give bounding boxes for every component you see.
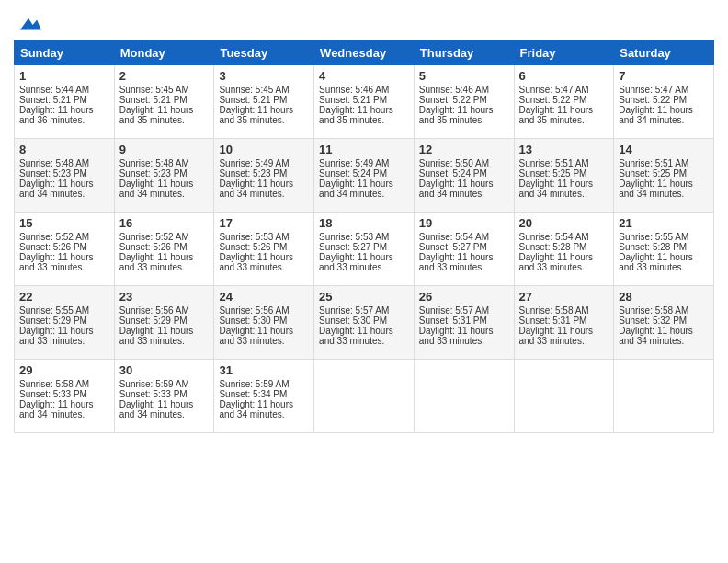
daylight-minutes: and 34 minutes. bbox=[419, 189, 484, 199]
sunrise-text: Sunrise: 5:45 AM bbox=[119, 85, 189, 95]
sunrise-text: Sunrise: 5:50 AM bbox=[419, 158, 489, 168]
day-cell: 18 Sunrise: 5:53 AM Sunset: 5:27 PM Dayl… bbox=[314, 213, 415, 286]
daylight-label: Daylight: 11 hours bbox=[219, 105, 293, 115]
day-number: 5 bbox=[419, 69, 509, 83]
sunset-text: Sunset: 5:24 PM bbox=[419, 168, 487, 178]
sunset-text: Sunset: 5:30 PM bbox=[319, 316, 387, 326]
header-sunday: Sunday bbox=[15, 41, 115, 65]
daylight-minutes: and 33 minutes. bbox=[519, 262, 585, 272]
week-row-2: 8 Sunrise: 5:48 AM Sunset: 5:23 PM Dayli… bbox=[15, 139, 714, 213]
sunset-text: Sunset: 5:22 PM bbox=[519, 95, 587, 105]
sunrise-text: Sunrise: 5:54 AM bbox=[519, 232, 589, 242]
sunset-text: Sunset: 5:31 PM bbox=[419, 316, 487, 326]
daylight-minutes: and 35 minutes. bbox=[219, 115, 284, 125]
day-cell: 7 Sunrise: 5:47 AM Sunset: 5:22 PM Dayli… bbox=[614, 65, 714, 139]
sunrise-text: Sunrise: 5:52 AM bbox=[19, 232, 89, 242]
day-cell: 27 Sunrise: 5:58 AM Sunset: 5:31 PM Dayl… bbox=[514, 286, 614, 360]
daylight-label: Daylight: 11 hours bbox=[19, 105, 94, 115]
sunset-text: Sunset: 5:21 PM bbox=[19, 95, 87, 105]
sunrise-text: Sunrise: 5:45 AM bbox=[219, 85, 289, 95]
day-number: 4 bbox=[319, 69, 409, 83]
daylight-label: Daylight: 11 hours bbox=[619, 252, 693, 262]
daylight-label: Daylight: 11 hours bbox=[19, 326, 94, 336]
day-number: 1 bbox=[19, 69, 109, 83]
sunrise-text: Sunrise: 5:56 AM bbox=[119, 305, 189, 316]
daylight-minutes: and 34 minutes. bbox=[19, 189, 85, 199]
daylight-label: Daylight: 11 hours bbox=[219, 326, 293, 336]
daylight-minutes: and 34 minutes. bbox=[119, 409, 185, 419]
daylight-label: Daylight: 11 hours bbox=[519, 326, 594, 336]
sunrise-text: Sunrise: 5:53 AM bbox=[219, 232, 289, 242]
day-number: 2 bbox=[119, 69, 210, 83]
sunrise-text: Sunrise: 5:55 AM bbox=[19, 305, 89, 316]
day-number: 13 bbox=[519, 143, 609, 156]
daylight-minutes: and 34 minutes. bbox=[619, 189, 684, 199]
day-cell: 26 Sunrise: 5:57 AM Sunset: 5:31 PM Dayl… bbox=[414, 286, 514, 360]
daylight-label: Daylight: 11 hours bbox=[519, 105, 594, 115]
daylight-minutes: and 36 minutes. bbox=[19, 115, 85, 125]
header-saturday: Saturday bbox=[614, 41, 714, 65]
daylight-minutes: and 34 minutes. bbox=[219, 189, 284, 199]
daylight-label: Daylight: 11 hours bbox=[19, 252, 94, 262]
sunrise-text: Sunrise: 5:54 AM bbox=[419, 232, 489, 242]
sunrise-text: Sunrise: 5:53 AM bbox=[319, 232, 389, 242]
day-number: 21 bbox=[619, 216, 709, 230]
day-number: 30 bbox=[119, 363, 210, 377]
week-row-5: 29 Sunrise: 5:58 AM Sunset: 5:33 PM Dayl… bbox=[15, 360, 714, 433]
sunset-text: Sunset: 5:28 PM bbox=[519, 242, 587, 252]
day-cell: 19 Sunrise: 5:54 AM Sunset: 5:27 PM Dayl… bbox=[414, 213, 514, 286]
daylight-label: Daylight: 11 hours bbox=[219, 178, 293, 189]
daylight-minutes: and 33 minutes. bbox=[419, 262, 484, 272]
sunset-text: Sunset: 5:26 PM bbox=[119, 242, 188, 252]
day-cell bbox=[614, 360, 714, 433]
day-number: 17 bbox=[219, 216, 309, 230]
day-number: 11 bbox=[319, 143, 409, 156]
sunrise-text: Sunrise: 5:59 AM bbox=[219, 379, 289, 389]
daylight-label: Daylight: 11 hours bbox=[219, 399, 293, 409]
daylight-label: Daylight: 11 hours bbox=[419, 252, 494, 262]
sunrise-text: Sunrise: 5:47 AM bbox=[519, 85, 589, 95]
daylight-label: Daylight: 11 hours bbox=[19, 178, 94, 189]
daylight-minutes: and 33 minutes. bbox=[319, 262, 384, 272]
daylight-minutes: and 33 minutes. bbox=[119, 336, 185, 346]
header-thursday: Thursday bbox=[414, 41, 514, 65]
daylight-label: Daylight: 11 hours bbox=[619, 178, 693, 189]
day-cell: 1 Sunrise: 5:44 AM Sunset: 5:21 PM Dayli… bbox=[15, 65, 115, 139]
day-number: 19 bbox=[419, 216, 509, 230]
sunrise-text: Sunrise: 5:59 AM bbox=[119, 379, 189, 389]
daylight-label: Daylight: 11 hours bbox=[119, 178, 194, 189]
daylight-minutes: and 33 minutes. bbox=[119, 262, 185, 272]
daylight-minutes: and 34 minutes. bbox=[219, 409, 284, 419]
sunrise-text: Sunrise: 5:58 AM bbox=[19, 379, 89, 389]
sunset-text: Sunset: 5:34 PM bbox=[219, 389, 287, 399]
day-cell: 12 Sunrise: 5:50 AM Sunset: 5:24 PM Dayl… bbox=[414, 139, 514, 213]
day-cell: 11 Sunrise: 5:49 AM Sunset: 5:24 PM Dayl… bbox=[314, 139, 415, 213]
day-cell: 29 Sunrise: 5:58 AM Sunset: 5:33 PM Dayl… bbox=[15, 360, 115, 433]
daylight-minutes: and 34 minutes. bbox=[519, 189, 585, 199]
sunrise-text: Sunrise: 5:52 AM bbox=[119, 232, 189, 242]
day-number: 25 bbox=[319, 290, 409, 304]
sunrise-text: Sunrise: 5:48 AM bbox=[119, 158, 189, 168]
sunrise-text: Sunrise: 5:56 AM bbox=[219, 305, 289, 316]
daylight-label: Daylight: 11 hours bbox=[319, 178, 393, 189]
day-cell: 6 Sunrise: 5:47 AM Sunset: 5:22 PM Dayli… bbox=[514, 65, 614, 139]
daylight-minutes: and 34 minutes. bbox=[619, 115, 684, 125]
day-number: 28 bbox=[619, 290, 709, 304]
sunset-text: Sunset: 5:25 PM bbox=[619, 168, 687, 178]
sunset-text: Sunset: 5:28 PM bbox=[619, 242, 687, 252]
day-cell: 10 Sunrise: 5:49 AM Sunset: 5:23 PM Dayl… bbox=[214, 139, 314, 213]
sunset-text: Sunset: 5:25 PM bbox=[519, 168, 587, 178]
sunset-text: Sunset: 5:27 PM bbox=[319, 242, 387, 252]
daylight-label: Daylight: 11 hours bbox=[119, 326, 194, 336]
day-cell: 4 Sunrise: 5:46 AM Sunset: 5:21 PM Dayli… bbox=[314, 65, 415, 139]
daylight-minutes: and 34 minutes. bbox=[619, 336, 684, 346]
sunset-text: Sunset: 5:22 PM bbox=[419, 95, 487, 105]
calendar-header-row: SundayMondayTuesdayWednesdayThursdayFrid… bbox=[15, 41, 714, 65]
daylight-label: Daylight: 11 hours bbox=[619, 326, 693, 336]
day-cell: 30 Sunrise: 5:59 AM Sunset: 5:33 PM Dayl… bbox=[114, 360, 214, 433]
sunset-text: Sunset: 5:27 PM bbox=[419, 242, 487, 252]
daylight-minutes: and 34 minutes. bbox=[19, 409, 85, 419]
day-cell: 2 Sunrise: 5:45 AM Sunset: 5:21 PM Dayli… bbox=[114, 65, 214, 139]
sunrise-text: Sunrise: 5:44 AM bbox=[19, 85, 89, 95]
day-number: 15 bbox=[19, 216, 109, 230]
